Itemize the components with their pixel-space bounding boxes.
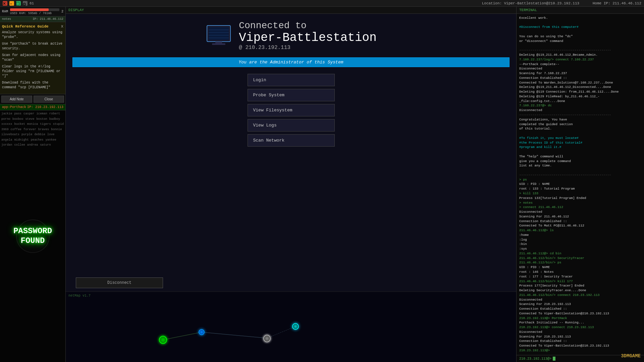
password-word: angela [1, 138, 12, 143]
terminal-line: UID : PID : NAME [519, 265, 641, 270]
terminal-line: #Disconnect from this computer# [519, 25, 641, 30]
terminal-line: #To finish it, you must locate# [519, 136, 641, 141]
display-bottom: Disconnect [66, 274, 516, 292]
terminal-line: 7.160.22.237/log/> connect 7.160.22.237 [519, 57, 641, 62]
connected-info: Connected to Viper-Battlestation @ 210.2… [205, 20, 376, 51]
home-ip-info: Home IP: 211.46.46.112 [593, 1, 641, 5]
close-button[interactable]: Close [34, 96, 64, 103]
quick-ref-line-1: Analyze security systems using "probe". [2, 30, 63, 40]
settings-icon[interactable]: ⚙ [23, 1, 28, 6]
terminal-line: Scanning For 211.46.46.112 [519, 214, 641, 219]
close-window-icon[interactable]: × [3, 1, 7, 6]
sidebar-action-buttons: Add Note Close [0, 94, 65, 104]
terminal-line: Congratulations, You have [519, 117, 641, 122]
quick-reference-panel: Quick Reference Guide x Analyze security… [0, 22, 65, 94]
quick-ref-close-button[interactable]: x [61, 24, 63, 29]
ram-bar [10, 8, 59, 11]
terminal-line: Connected To Matt PC@211.46.46.112 [519, 223, 641, 228]
view-filesystem-button[interactable]: View Filesystem [248, 104, 335, 116]
password-word: xxxxxx [1, 122, 12, 127]
terminal-line: Connection Established :: [519, 76, 641, 81]
password-word: yankee [45, 138, 56, 143]
login-button[interactable]: Login [248, 74, 335, 86]
quick-ref-line-4: Clear logs in the #!/log folder using "r… [2, 64, 63, 79]
password-word: braves [38, 127, 49, 132]
password-word: saturn [40, 143, 51, 148]
terminal-line: Connected To Viper-Battlestation@210.23.… [519, 311, 641, 316]
view-logs-button[interactable]: View Logs [248, 119, 335, 132]
title-bar-controls[interactable]: × - □ ⚙ 61 [3, 1, 34, 6]
terminal-line: Connected To Warden_Solutions@7.160.22.2… [519, 81, 641, 85]
password-word: jackie [1, 112, 12, 116]
scan-network-button[interactable]: Scan Network [248, 134, 335, 147]
quick-ref-line-2: Use "porthack" to break active security. [2, 42, 63, 51]
terminal-line: > kill 133 [519, 191, 641, 196]
password-word: casper [23, 112, 34, 116]
terminal-line: of this tutorial. [519, 126, 641, 131]
terminal-line: Scanning for 7.160.22.237 [519, 71, 641, 76]
terminal-line: give you a complete command [519, 159, 641, 164]
password-word: badboy [49, 117, 60, 122]
ram-count: 2 [61, 10, 63, 13]
display-panel: DISPLAY Connected to [66, 7, 517, 362]
password-word: purple [21, 133, 32, 137]
connected-text-block: Connected to Viper-Battlestation @ 210.2… [239, 20, 376, 51]
sidebar: RAM USED RAM: 595mb / 761mb 2 notes IP: … [0, 7, 66, 362]
network-map: netMap v1.7 [66, 292, 516, 362]
terminal-line: :home [519, 233, 641, 238]
password-word: bucket [14, 122, 25, 127]
disconnect-button[interactable]: Disconnect [76, 277, 163, 288]
quick-ref-title: Quick Reference Guide [2, 24, 49, 29]
network-node-green[interactable] [159, 336, 167, 344]
password-word: coffee [11, 127, 21, 132]
network-node-blue[interactable] [199, 329, 205, 335]
password-word: collee [14, 143, 25, 148]
terminal-line [519, 150, 641, 154]
network-lines [66, 292, 516, 362]
terminal-line: 210.23.192.113@> [519, 348, 641, 353]
probe-system-button[interactable]: Probe System [248, 89, 335, 101]
password-word: robert [49, 112, 60, 116]
admin-banner: You are the Administrator of this System [72, 57, 509, 67]
password-word: stupid [53, 122, 64, 127]
terminal-line [519, 168, 641, 173]
notes-ip: IP: 211.46.46.112 [33, 17, 63, 21]
process-id: 61 [30, 1, 34, 5]
network-node-cyan[interactable] [292, 323, 299, 330]
terminal-header: TERMINAL [517, 7, 644, 14]
system-name: Viper-Battlestation [239, 31, 376, 45]
password-word: forever [23, 127, 36, 132]
minimize-window-icon[interactable]: - [9, 1, 14, 6]
password-word: iloveboats [1, 133, 19, 137]
title-bar-info: Location: Viper-Battlestation@210.23.192… [482, 1, 641, 5]
quick-ref-header: Quick Reference Guide x [2, 24, 63, 29]
terminal-cursor [553, 357, 555, 361]
svg-line-9 [202, 332, 267, 338]
computer-icon [205, 24, 232, 47]
terminal-line: --Porthack complete-- [519, 62, 641, 67]
terminal-line: Disconnected [519, 108, 641, 113]
app-ip: IP: 210.23.192.113 [27, 105, 63, 109]
ram-label: RAM [2, 10, 8, 13]
terminal-output[interactable]: Note: the wildcard "*" indicates'All'. -… [517, 14, 644, 355]
password-word: porno [1, 117, 10, 122]
terminal-prompt: 210.23.192.113@> [519, 357, 551, 361]
quick-ref-line-3: Scan for adjacent nodes using "scan" [2, 53, 63, 62]
add-note-button[interactable]: Add Note [1, 96, 32, 103]
terminal-line [519, 131, 641, 136]
system-ip: @ 210.23.192.113 [239, 45, 376, 51]
app-label: app:Porthack [2, 105, 26, 109]
password-word-list: jackiepasscaspericemanrobertpornobooboos… [0, 110, 65, 362]
network-node-white[interactable] [263, 335, 271, 342]
maximize-window-icon[interactable]: □ [16, 1, 21, 6]
terminal-line: :bin [519, 242, 641, 247]
terminal-line: 210.23.192.113@> connect 210.23.192.113 [519, 325, 641, 330]
quick-ref-line-5: Download files with the command "scp [FI… [2, 81, 63, 90]
password-word: love [47, 133, 55, 137]
terminal-line: Deleting SecurityTracer.exe....Done [519, 288, 641, 293]
notes-item[interactable]: notes IP: 211.46.46.112 [0, 16, 65, 22]
action-buttons: Login Probe System View Filesystem View … [248, 74, 335, 147]
quick-ref-content: Analyze security systems using "probe". … [2, 30, 63, 90]
terminal-line: ----------------------------------------… [519, 113, 641, 117]
terminal-line: Process 133[Tutorial Program] Ended [519, 196, 641, 201]
